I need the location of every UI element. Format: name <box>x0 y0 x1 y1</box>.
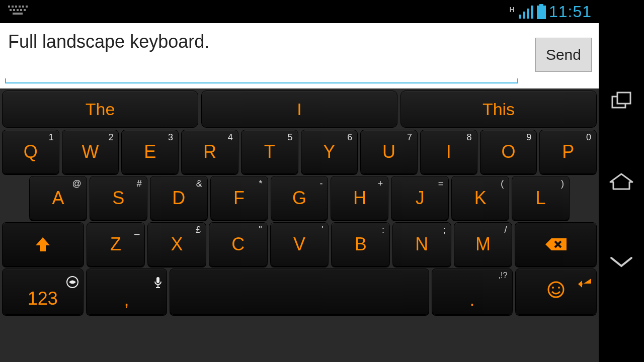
key-secondary-label: 0 <box>586 132 591 143</box>
key-secondary-label: 3 <box>168 132 173 143</box>
key-main-label: N <box>415 234 428 255</box>
key-secondary-label: 9 <box>526 132 531 143</box>
key-i[interactable]: I8 <box>420 130 477 174</box>
svg-point-8 <box>548 282 564 297</box>
numeric-key[interactable]: 123 <box>2 268 84 315</box>
key-secondary-label: £ <box>196 225 201 235</box>
key-main-label: F <box>233 188 245 209</box>
key-main-label: G <box>292 188 306 209</box>
main-area: H 11:51 Full landscape keyboard. Send <box>0 0 599 362</box>
backspace-key[interactable] <box>515 222 597 266</box>
key-main-label: C <box>231 234 245 255</box>
key-row-1: Q1W2E3R4T5Y6U7I8O9P0 <box>2 130 597 174</box>
key-secondary-label: : <box>382 225 384 235</box>
key-main-label: Z <box>110 234 121 255</box>
key-secondary-label: + <box>378 178 383 189</box>
key-b[interactable]: B: <box>331 222 390 266</box>
key-secondary-label: 6 <box>347 132 352 143</box>
key-secondary-label: ( <box>501 178 504 189</box>
key-main-label: P <box>562 141 574 162</box>
swiftkey-logo-icon <box>66 272 79 293</box>
key-secondary-label: 7 <box>407 132 412 143</box>
key-j[interactable]: J= <box>391 176 449 220</box>
key-g[interactable]: G- <box>271 176 329 220</box>
key-main-label: I <box>446 141 451 162</box>
key-secondary-label: ) <box>561 178 564 189</box>
key-main-label: T <box>264 141 275 162</box>
key-a[interactable]: A@ <box>29 176 87 220</box>
key-row-4: 123 , . ,!? <box>2 268 597 315</box>
comma-label: , <box>124 289 129 310</box>
key-m[interactable]: M/ <box>454 222 513 266</box>
svg-rect-5 <box>537 6 546 19</box>
key-e[interactable]: E3 <box>121 130 179 174</box>
key-v[interactable]: V' <box>270 222 329 266</box>
key-f[interactable]: F* <box>210 176 268 220</box>
back-button[interactable] <box>606 246 636 277</box>
key-z[interactable]: Z_ <box>87 222 145 266</box>
key-c[interactable]: C" <box>209 222 268 266</box>
shift-icon <box>33 234 53 254</box>
key-s[interactable]: S# <box>90 176 147 220</box>
key-d[interactable]: D& <box>150 176 208 220</box>
key-secondary-label: 1 <box>49 132 54 143</box>
key-main-label: J <box>416 188 425 209</box>
key-main-label: E <box>144 141 156 162</box>
period-key[interactable]: . ,!? <box>432 268 513 315</box>
key-secondary-label: - <box>319 178 323 189</box>
enter-key[interactable] <box>515 268 597 315</box>
svg-rect-12 <box>617 93 630 104</box>
message-input[interactable]: Full landscape keyboard. <box>5 26 525 82</box>
recent-apps-button[interactable] <box>606 85 636 116</box>
key-w[interactable]: W2 <box>62 130 119 174</box>
suggestion-1[interactable]: The <box>2 90 198 128</box>
key-k[interactable]: K( <box>451 176 509 220</box>
svg-point-10 <box>558 287 560 289</box>
key-p[interactable]: P0 <box>539 130 597 174</box>
network-type-label: H <box>510 6 515 14</box>
key-row-2: A@S#D&F*G-H+J=K(L) <box>2 176 597 220</box>
key-secondary-label: ; <box>443 225 446 235</box>
key-main-label: O <box>501 141 515 162</box>
key-secondary-label: = <box>438 178 444 189</box>
key-main-label: H <box>353 188 366 209</box>
key-main-label: D <box>172 188 185 209</box>
home-button[interactable] <box>606 166 636 196</box>
period-label: . <box>469 289 474 310</box>
mic-icon <box>153 272 163 293</box>
svg-point-9 <box>552 287 554 289</box>
key-secondary-label: @ <box>72 178 82 189</box>
key-x[interactable]: X£ <box>147 222 206 266</box>
key-secondary-label: * <box>259 178 263 189</box>
key-n[interactable]: N; <box>392 222 451 266</box>
key-r[interactable]: R4 <box>181 130 238 174</box>
svg-rect-1 <box>523 12 525 19</box>
input-underline <box>5 82 518 83</box>
key-y[interactable]: Y6 <box>301 130 358 174</box>
key-main-label: X <box>171 234 183 255</box>
compose-area: Full landscape keyboard. Send <box>0 23 599 88</box>
key-secondary-label: # <box>137 178 142 189</box>
numeric-label: 123 <box>28 288 58 309</box>
key-l[interactable]: L) <box>512 176 570 220</box>
key-main-label: V <box>293 234 305 255</box>
key-o[interactable]: O9 <box>480 130 537 174</box>
key-main-label: A <box>52 188 64 209</box>
key-main-label: R <box>203 141 216 162</box>
key-secondary-label: ' <box>321 225 323 235</box>
key-h[interactable]: H+ <box>331 176 388 220</box>
key-t[interactable]: T5 <box>241 130 298 174</box>
comma-key[interactable]: , <box>86 268 168 315</box>
key-u[interactable]: U7 <box>360 130 418 174</box>
suggestion-3[interactable]: This <box>400 90 597 128</box>
space-key[interactable] <box>170 268 429 315</box>
svg-rect-2 <box>527 9 529 19</box>
suggestion-2[interactable]: I <box>201 90 397 128</box>
key-q[interactable]: Q1 <box>2 130 59 174</box>
send-button[interactable]: Send <box>535 38 592 72</box>
key-secondary-label: & <box>196 178 202 189</box>
shift-key[interactable] <box>2 222 84 266</box>
svg-rect-4 <box>539 4 543 6</box>
key-main-label: U <box>382 141 395 162</box>
status-bar: H 11:51 <box>0 0 599 23</box>
